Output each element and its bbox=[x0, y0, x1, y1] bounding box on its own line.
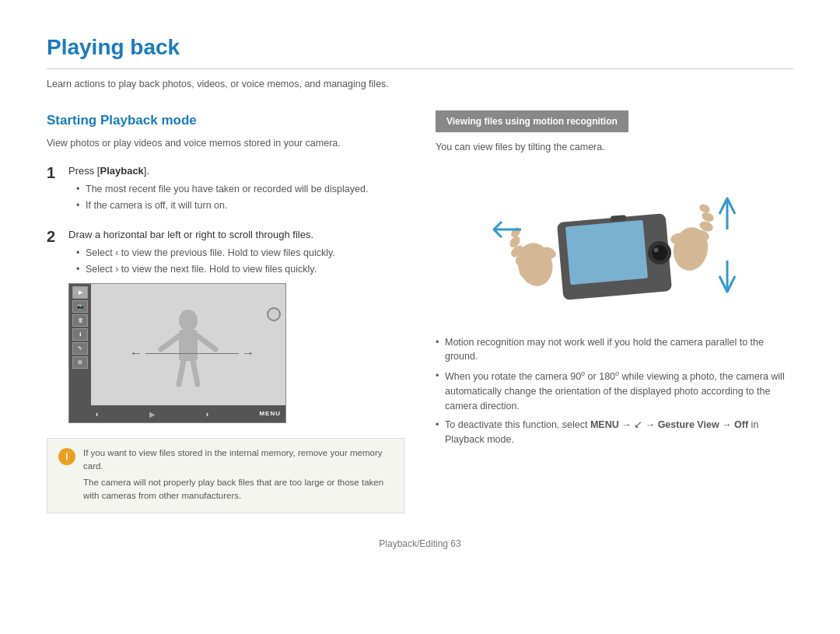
right-bullet-3: To deactivate this function, select MENU… bbox=[436, 418, 793, 447]
arrow-line bbox=[145, 353, 239, 354]
step-2-content: Draw a horizontal bar left or right to s… bbox=[68, 227, 404, 427]
note-icon: i bbox=[58, 448, 75, 465]
svg-line-5 bbox=[193, 361, 198, 384]
cam-next-btn: › bbox=[206, 408, 208, 420]
svg-point-0 bbox=[179, 310, 198, 331]
arrow-left-indicator: ← bbox=[130, 344, 142, 363]
left-column: Starting Playback mode View photos or pl… bbox=[47, 110, 404, 513]
cam-icon-photo: 📷 bbox=[72, 300, 88, 313]
step-2-bullet-1: Select ‹ to view the previous file. Hold… bbox=[76, 246, 404, 261]
step-1-bullet-1: The most recent file you have taken or r… bbox=[76, 182, 404, 197]
cam-center-play: ▶ bbox=[149, 408, 156, 420]
main-content: Starting Playback mode View photos or pl… bbox=[47, 110, 793, 513]
right-column: Viewing files using motion recognition Y… bbox=[436, 110, 793, 513]
step-2-text: Draw a horizontal bar left or right to s… bbox=[68, 227, 404, 243]
camera-bottom-bar: ‹ ▶ › MENU bbox=[91, 405, 285, 422]
viewing-badge: Viewing files using motion recognition bbox=[436, 110, 628, 132]
svg-rect-14 bbox=[565, 219, 648, 284]
cam-focus-icon bbox=[267, 307, 281, 321]
step-2-bullets: Select ‹ to view the previous file. Hold… bbox=[68, 246, 404, 278]
tilt-svg bbox=[490, 167, 739, 323]
step-2: 2 Draw a horizontal bar left or right to… bbox=[47, 227, 404, 427]
camera-sidebar: ▶ 📷 🗑 ℹ ✎ ⊞ bbox=[69, 284, 91, 422]
svg-point-10 bbox=[509, 226, 522, 239]
svg-point-22 bbox=[701, 210, 716, 222]
cam-icon-play: ▶ bbox=[72, 286, 88, 299]
scroll-arrows: ← → bbox=[130, 344, 254, 363]
step-1-bullets: The most recent file you have taken or r… bbox=[68, 182, 404, 214]
note-box: i If you want to view files stored in th… bbox=[47, 438, 404, 513]
cam-icon-grid: ⊞ bbox=[72, 356, 88, 369]
note-bullet-2: The camera will not properly play back f… bbox=[83, 476, 393, 503]
menu-symbol: MENU bbox=[590, 419, 619, 430]
section-title: Starting Playback mode bbox=[47, 110, 404, 131]
cam-prev-btn: ‹ bbox=[96, 408, 98, 420]
right-bullet-1: Motion recognition may not work well if … bbox=[436, 335, 793, 365]
page-footer: Playback/Editing 63 bbox=[47, 537, 793, 551]
step-number-1: 1 bbox=[47, 163, 62, 182]
right-desc: You can view files by tilting the camera… bbox=[436, 140, 793, 155]
cam-icon-info: ℹ bbox=[72, 328, 88, 341]
cam-icon-edit: ✎ bbox=[72, 342, 88, 355]
right-bullet-2: When you rotate the camera 90o or 180o w… bbox=[436, 369, 793, 413]
right-bullet-list: Motion recognition may not work well if … bbox=[436, 335, 793, 447]
camera-tilt-illustration bbox=[436, 167, 793, 323]
arrow-right-indicator: → bbox=[242, 344, 254, 363]
note-content: If you want to view files stored in the … bbox=[83, 447, 393, 505]
camera-screen-container: ▶ 📷 🗑 ℹ ✎ ⊞ 100-001 I 🔋 bbox=[68, 283, 286, 427]
camera-main-area: ← → bbox=[91, 284, 285, 422]
step-2-bullet-2: Select › to view the next file. Hold to … bbox=[76, 262, 404, 277]
section-desc: View photos or play videos and voice mem… bbox=[47, 136, 404, 151]
off-label: Off bbox=[734, 419, 748, 430]
cam-menu-text: MENU bbox=[259, 409, 281, 419]
step-number-2: 2 bbox=[47, 227, 62, 246]
gesture-view-label: Gesture View bbox=[658, 419, 719, 430]
note-bullet-1: If you want to view files stored in the … bbox=[83, 447, 393, 474]
svg-point-23 bbox=[698, 202, 712, 214]
svg-line-4 bbox=[179, 361, 184, 384]
step-1-content: Press [Playback]. The most recent file y… bbox=[68, 163, 404, 219]
camera-screen: ▶ 📷 🗑 ℹ ✎ ⊞ 100-001 I 🔋 bbox=[68, 283, 286, 423]
page-subtitle: Learn actions to play back photos, video… bbox=[47, 77, 793, 92]
step-1: 1 Press [Playback]. The most recent file… bbox=[47, 163, 404, 219]
cam-icon-trash: 🗑 bbox=[72, 314, 88, 327]
title-divider bbox=[47, 68, 793, 69]
step-1-bullet-2: If the camera is off, it will turn on. bbox=[76, 198, 404, 213]
step-1-text: Press [Playback]. bbox=[68, 163, 404, 179]
page-title: Playing back bbox=[47, 31, 793, 64]
